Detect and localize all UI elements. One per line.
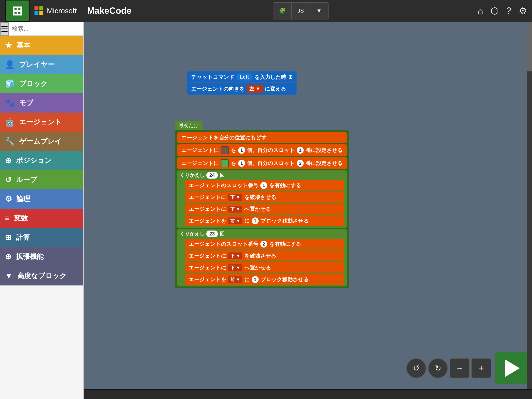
block-label: ブロック bbox=[19, 79, 48, 88]
advanced-label: 高度なブロック bbox=[17, 271, 67, 281]
move-forward-2-block[interactable]: エージェントを 前 ▼ に 1 ブロック移動させる bbox=[185, 274, 344, 285]
sidebar-header: ☰ 🔍 bbox=[0, 22, 83, 36]
header: ⊞ Microsoft MakeCode 🧩 JS ▼ ⌂ ⬡ ? ⚙ bbox=[0, 0, 532, 22]
variable-icon: ≡ bbox=[5, 214, 10, 223]
sidebar-item-math[interactable]: ⊞ 計算 bbox=[0, 228, 83, 247]
sidebar-item-position[interactable]: ⊕ ポジション bbox=[0, 151, 83, 170]
player-label: プレイヤー bbox=[19, 60, 55, 69]
loop-24-suffix: 回 bbox=[220, 172, 225, 179]
place-down-1-block[interactable]: エージェントに 下 ▼ へ置かせる bbox=[185, 204, 344, 215]
direction-select[interactable]: 左 ▼ bbox=[247, 85, 263, 93]
sidebar-item-gameplay[interactable]: 🔧 ゲームプレイ bbox=[0, 132, 83, 151]
editor-mode-controls: 🧩 JS ▼ bbox=[273, 2, 329, 19]
return-to-player-block[interactable]: エージェントを自分の位置にもどす bbox=[177, 132, 347, 143]
canvas-scrollbar[interactable] bbox=[527, 22, 532, 389]
agent-face-suffix: に変える bbox=[265, 85, 286, 92]
math-label: 計算 bbox=[16, 233, 30, 242]
run-button[interactable] bbox=[495, 352, 527, 384]
move-forward-1-block[interactable]: エージェントを 前 ▼ に 1 ブロック移動させる bbox=[185, 216, 344, 226]
dir-down-2[interactable]: 下 ▼ bbox=[228, 252, 242, 259]
loop-23-count[interactable]: 23 bbox=[206, 231, 218, 237]
loop-label: ループ bbox=[16, 175, 37, 184]
loop-23-suffix: 回 bbox=[220, 231, 225, 237]
mob-icon: 🐾 bbox=[5, 98, 15, 108]
gameplay-label: ゲームプレイ bbox=[19, 137, 62, 146]
sidebar-item-agent[interactable]: 🤖 エージェント bbox=[0, 113, 83, 132]
chat-pill-left[interactable]: Left bbox=[236, 73, 252, 81]
mob-label: モブ bbox=[19, 98, 33, 108]
extend-label: 拡張機能 bbox=[16, 252, 44, 261]
item1-icon bbox=[221, 146, 229, 154]
logo-box[interactable]: ⊞ bbox=[5, 0, 30, 22]
on-start-container: 最初だけ エージェントを自分の位置にもどす エージェントに を 1 個、自分のス… bbox=[175, 121, 349, 288]
run-icon bbox=[505, 359, 520, 377]
redo-button[interactable]: ↻ bbox=[428, 358, 448, 378]
sidebar-item-logic[interactable]: ⚙ 論理 bbox=[0, 189, 83, 209]
add-block-icon[interactable]: ⊕ bbox=[288, 74, 293, 80]
canvas-area[interactable]: チャットコマンド Left を入力した時 ⊕ エージェントの向きを 左 ▼ に変… bbox=[84, 22, 532, 399]
microsoft-label: Microsoft bbox=[47, 7, 77, 15]
microsoft-brand: Microsoft bbox=[34, 6, 77, 15]
destroy-down-2-block[interactable]: エージェントに 下 ▼ を破壊させる bbox=[185, 250, 344, 261]
dropdown-tab-button[interactable]: ▼ bbox=[310, 3, 328, 19]
extend-icon: ⊕ bbox=[5, 252, 12, 261]
home-icon[interactable]: ⌂ bbox=[478, 6, 483, 16]
loop-24-label: くりかえし bbox=[180, 172, 204, 179]
app-title: MakeCode bbox=[87, 6, 132, 16]
main-layout: ☰ 🔍 ★ 基本 👤 プレイヤー 🧊 ブロック 🐾 モブ 🤖 bbox=[0, 22, 532, 399]
help-icon[interactable]: ? bbox=[506, 6, 511, 16]
activate-slot-2-block[interactable]: エージェントのスロット番号 2 を有効にする bbox=[185, 239, 344, 249]
dir-down-place-2[interactable]: 下 ▼ bbox=[228, 264, 242, 271]
zoom-out-button[interactable]: − bbox=[450, 358, 469, 378]
sidebar-item-block[interactable]: 🧊 ブロック bbox=[0, 74, 83, 93]
player-icon: 👤 bbox=[5, 60, 15, 69]
destroy-down-1-block[interactable]: エージェントに 下 ▼ を破壊させる bbox=[185, 192, 344, 203]
loop-icon: ↺ bbox=[5, 175, 12, 184]
logic-label: 論理 bbox=[17, 194, 30, 204]
set-slot-1-block[interactable]: エージェントに を 1 個、自分のスロット 1 番に設定させる bbox=[177, 144, 347, 156]
share-icon[interactable]: ⬡ bbox=[491, 5, 499, 16]
header-actions: ⌂ ⬡ ? ⚙ bbox=[478, 5, 527, 16]
menu-toggle-button[interactable]: ☰ bbox=[0, 22, 9, 36]
sidebar-item-player[interactable]: 👤 プレイヤー bbox=[0, 55, 83, 74]
block-icon: 🧊 bbox=[5, 79, 15, 88]
set-slot-2-block[interactable]: エージェントに を 1 個、自分のスロット 2 番に設定させる bbox=[177, 157, 347, 169]
sidebar-item-variable[interactable]: ≡ 変数 bbox=[0, 209, 83, 228]
dir-down-1[interactable]: 下 ▼ bbox=[228, 194, 242, 201]
agent-face-label: エージェントの向きを bbox=[191, 85, 245, 92]
settings-icon[interactable]: ⚙ bbox=[519, 5, 527, 16]
scroll-thumb bbox=[527, 22, 532, 71]
sidebar: ☰ 🔍 ★ 基本 👤 プレイヤー 🧊 ブロック 🐾 モブ 🤖 bbox=[0, 22, 84, 399]
dir-forward-2[interactable]: 前 ▼ bbox=[228, 276, 242, 283]
agent-icon: 🤖 bbox=[5, 117, 15, 127]
basic-icon: ★ bbox=[5, 41, 12, 50]
item2-icon bbox=[221, 159, 229, 167]
blocks-tab-button[interactable]: 🧩 bbox=[273, 3, 292, 19]
loop-24-count[interactable]: 24 bbox=[206, 172, 218, 179]
zoom-in-button[interactable]: + bbox=[471, 358, 491, 378]
js-tab-button[interactable]: JS bbox=[292, 3, 310, 19]
on-start-label: 最初だけ bbox=[175, 121, 202, 130]
dir-down-place-1[interactable]: 下 ▼ bbox=[228, 206, 242, 213]
bottom-status-bar bbox=[84, 389, 532, 399]
sidebar-item-mob[interactable]: 🐾 モブ bbox=[0, 93, 83, 113]
dir-forward-1[interactable]: 前 ▼ bbox=[228, 217, 242, 224]
header-divider bbox=[82, 5, 82, 17]
gameplay-icon: 🔧 bbox=[5, 137, 15, 146]
loop-23-label: くりかえし bbox=[180, 231, 204, 237]
chat-input-suffix: を入力した時 bbox=[254, 74, 286, 81]
sidebar-item-loop[interactable]: ↺ ループ bbox=[0, 170, 83, 189]
ms-squares-icon bbox=[34, 6, 43, 15]
sidebar-item-extend[interactable]: ⊕ 拡張機能 bbox=[0, 247, 83, 266]
loop-24-container: くりかえし 24 回 エージェントのスロット番号 1 を有効にする エージェント… bbox=[177, 170, 347, 228]
position-label: ポジション bbox=[16, 156, 52, 165]
loop-23-container: くりかえし 23 回 エージェントのスロット番号 2 を有効にする エージェント… bbox=[177, 229, 347, 286]
agent-label: エージェント bbox=[19, 117, 62, 127]
undo-button[interactable]: ↺ bbox=[406, 358, 426, 378]
chat-command-block[interactable]: チャットコマンド Left を入力した時 ⊕ エージェントの向きを 左 ▼ に変… bbox=[187, 71, 297, 95]
sidebar-item-advanced[interactable]: ▼ 高度なブロック bbox=[0, 266, 83, 285]
sidebar-item-basic[interactable]: ★ 基本 bbox=[0, 36, 83, 55]
activate-slot-1-block[interactable]: エージェントのスロット番号 1 を有効にする bbox=[185, 180, 344, 191]
place-down-2-block[interactable]: エージェントに 下 ▼ へ置かせる bbox=[185, 262, 344, 273]
search-input[interactable] bbox=[12, 25, 84, 32]
